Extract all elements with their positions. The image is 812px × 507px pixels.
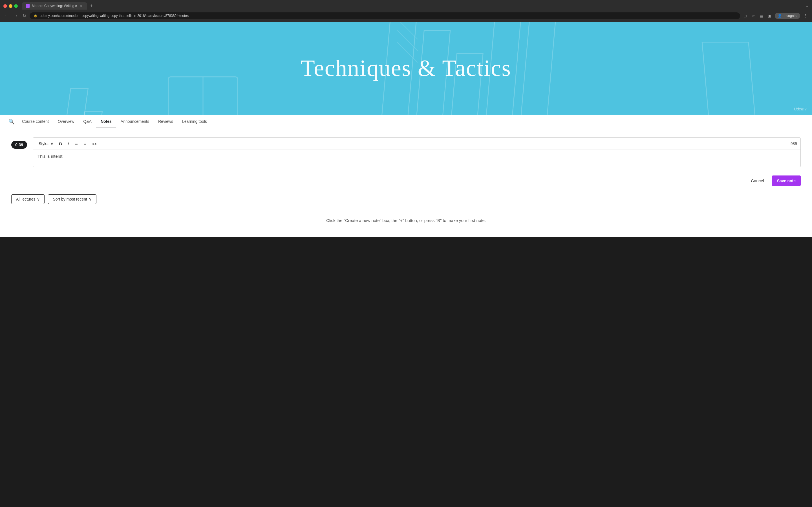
ordered-list-button[interactable]: ≣ <box>72 140 80 147</box>
tab-search-icon[interactable]: ▤ <box>758 12 764 19</box>
page-content: Techniques & Tactics Üdemy 🔍 Course cont… <box>0 22 812 237</box>
timestamp-badge: 0:39 <box>11 141 27 149</box>
italic-button[interactable]: I <box>65 140 71 147</box>
save-note-button[interactable]: Save note <box>772 175 801 186</box>
tab-notes[interactable]: Notes <box>96 115 116 128</box>
editor-toolbar: Styles ∨ B I ≣ ≡ <> 985 <box>33 138 801 150</box>
tab-expand-button[interactable]: ⌄ <box>805 4 809 8</box>
bold-button[interactable]: B <box>57 140 64 147</box>
code-button[interactable]: <> <box>90 140 99 147</box>
sort-dropdown[interactable]: Sort by most recent ∨ <box>48 194 96 204</box>
code-icon: <> <box>92 142 97 146</box>
close-button[interactable] <box>3 4 7 8</box>
svg-rect-12 <box>702 42 758 115</box>
tab-close-button[interactable]: ✕ <box>79 4 83 8</box>
all-lectures-label: All lectures <box>16 197 35 202</box>
lectures-chevron-icon: ∨ <box>37 197 40 202</box>
svg-rect-8 <box>63 89 88 115</box>
incognito-avatar: 👤 <box>777 14 782 18</box>
incognito-badge: 👤 Incognito <box>775 13 800 19</box>
styles-dropdown[interactable]: Styles ∨ <box>36 140 56 147</box>
sort-chevron-icon: ∨ <box>89 197 92 202</box>
video-hero: Techniques & Tactics Üdemy <box>0 22 812 115</box>
svg-rect-4 <box>518 22 558 115</box>
url-bar[interactable]: 🔒 udemy.com/course/modern-copywriting-wr… <box>30 12 740 19</box>
styles-chevron-icon: ∨ <box>50 142 53 146</box>
lock-icon: 🔒 <box>34 14 38 17</box>
tab-title: Modern Copywriting: Writing c <box>32 4 77 8</box>
editor-body[interactable]: This is interst <box>33 150 801 167</box>
tab-favicon <box>26 4 30 8</box>
sort-label: Sort by most recent <box>53 197 87 202</box>
main-content: 0:39 Styles ∨ B I ≣ ≡ <> <box>0 129 812 237</box>
browser-actions: ⊡ ☆ ▤ ▣ 👤 Incognito ⋮ <box>742 12 809 19</box>
tab-reviews[interactable]: Reviews <box>154 115 177 128</box>
editor-container: Styles ∨ B I ≣ ≡ <> 985 This <box>33 137 801 167</box>
filter-bar: All lectures ∨ Sort by most recent ∨ <box>11 194 801 204</box>
forward-button[interactable]: → <box>12 12 19 19</box>
window-controls <box>3 4 18 8</box>
reload-button[interactable]: ↻ <box>21 12 28 19</box>
search-nav-button[interactable]: 🔍 <box>6 115 17 129</box>
note-actions: Cancel Save note <box>11 175 801 186</box>
url-text: udemy.com/course/modern-copywriting-writ… <box>40 14 736 18</box>
ordered-list-icon: ≣ <box>74 141 78 146</box>
hint-text: Click the "Create a new note" box, the "… <box>17 218 795 223</box>
all-lectures-dropdown[interactable]: All lectures ∨ <box>11 194 45 204</box>
bookmark-icon[interactable]: ☆ <box>750 12 756 19</box>
svg-rect-9 <box>80 112 102 115</box>
tab-learning-tools[interactable]: Learning tools <box>177 115 211 128</box>
address-bar: ← → ↻ 🔒 udemy.com/course/modern-copywrit… <box>0 10 812 22</box>
side-panel-icon[interactable]: ▣ <box>767 12 772 19</box>
incognito-label: Incognito <box>783 14 797 18</box>
hero-title: Techniques & Tactics <box>301 55 511 81</box>
more-options-icon[interactable]: ⋮ <box>802 12 809 19</box>
new-tab-button[interactable]: + <box>88 3 95 10</box>
minimize-button[interactable] <box>9 4 12 8</box>
tab-navigation: 🔍 Course content Overview Q&A Notes Anno… <box>0 115 812 129</box>
tab-course-content[interactable]: Course content <box>17 115 53 128</box>
tab-qa[interactable]: Q&A <box>79 115 96 128</box>
styles-label: Styles <box>39 142 49 146</box>
active-tab[interactable]: Modern Copywriting: Writing c ✕ <box>22 2 87 10</box>
unordered-list-button[interactable]: ≡ <box>82 140 89 147</box>
unordered-list-icon: ≡ <box>84 142 86 146</box>
cancel-button[interactable]: Cancel <box>746 175 769 186</box>
bottom-hint: Click the "Create a new note" box, the "… <box>11 212 801 228</box>
tab-announcements[interactable]: Announcements <box>116 115 154 128</box>
char-count: 985 <box>791 142 797 146</box>
back-button[interactable]: ← <box>3 12 10 19</box>
note-editor-section: 0:39 Styles ∨ B I ≣ ≡ <> <box>11 137 801 167</box>
browser-chrome: Modern Copywriting: Writing c ✕ + ⌄ ← → … <box>0 0 812 22</box>
maximize-button[interactable] <box>14 4 18 8</box>
cast-icon[interactable]: ⊡ <box>742 12 748 19</box>
tab-overview[interactable]: Overview <box>53 115 79 128</box>
tab-bar: Modern Copywriting: Writing c ✕ + ⌄ <box>0 0 812 10</box>
